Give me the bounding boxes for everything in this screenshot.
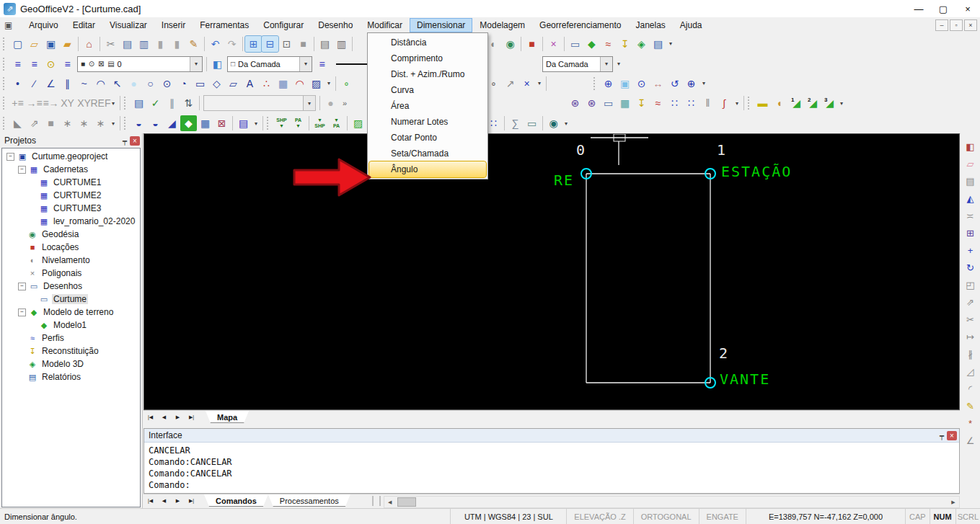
- splitter-handle[interactable]: [372, 496, 381, 506]
- drawing-window-icon[interactable]: ▭: [567, 36, 583, 52]
- menu-georreferenciamento[interactable]: Georreferenciamento: [533, 19, 627, 32]
- rotate-icon[interactable]: ↻: [963, 259, 978, 276]
- stretch-icon[interactable]: ⇗: [963, 293, 978, 311]
- expander-icon[interactable]: −: [18, 283, 26, 290]
- tab-processamentos[interactable]: Processamentos: [268, 494, 350, 507]
- menu-editar[interactable]: Editar: [66, 19, 102, 32]
- tree-item-poligonais[interactable]: ×Poligonais: [2, 267, 140, 280]
- plumb-bulb-icon[interactable]: ↧: [633, 95, 650, 111]
- globe-tool-icon[interactable]: ◉: [502, 36, 518, 52]
- polygon-green-icon[interactable]: ◆: [180, 115, 197, 131]
- command-window-icon[interactable]: ⊡: [278, 36, 295, 52]
- sort-arrows-icon[interactable]: ⇅: [180, 95, 197, 111]
- menu-item--rea[interactable]: Área: [368, 98, 487, 114]
- expander-icon[interactable]: −: [18, 166, 26, 174]
- tree-item-curtume2[interactable]: ▦CURTUME2: [2, 189, 140, 202]
- array-icon[interactable]: ⊞: [963, 224, 978, 241]
- map-nav-first[interactable]: |◀: [144, 412, 157, 423]
- chamfer-icon[interactable]: ◿: [963, 363, 978, 380]
- angle-measure-icon[interactable]: ∠: [963, 432, 978, 449]
- draw-arc-icon[interactable]: ◠: [92, 76, 109, 92]
- layer-visibility-icon[interactable]: ⊙: [43, 56, 59, 72]
- toolbar-dd[interactable]: ▾: [109, 115, 118, 131]
- toolbar-dd[interactable]: ▾: [252, 115, 260, 131]
- draw-leader-icon[interactable]: ↖: [109, 76, 125, 92]
- export-globe-icon[interactable]: ◉: [545, 115, 562, 131]
- coord-xy-add-icon[interactable]: XY: [59, 95, 76, 111]
- tree-item-loca-es[interactable]: ■Locações: [2, 241, 140, 254]
- menu-janelas[interactable]: Janelas: [629, 19, 671, 32]
- terrain-calc3-icon[interactable]: 3◢: [821, 95, 837, 111]
- rounded-rect-icon[interactable]: ▭: [524, 115, 540, 131]
- menu-item--ngulo[interactable]: Ângulo: [369, 161, 486, 177]
- map-nav-next[interactable]: ▶: [171, 412, 185, 423]
- zoom-extents-icon[interactable]: ⊕: [683, 76, 699, 92]
- cad-canvas[interactable]: 012REESTAÇÃOVANTE: [144, 133, 960, 410]
- select-corner-icon[interactable]: ◣: [9, 115, 26, 131]
- extend-icon[interactable]: ↦: [963, 328, 978, 345]
- zoom-scale-icon[interactable]: ⊙: [633, 76, 650, 92]
- cmd-nav-prev[interactable]: ◀: [157, 495, 171, 507]
- pin-icon[interactable]: ┯: [123, 137, 127, 145]
- import-pa-icon[interactable]: ▼ PA: [328, 115, 345, 131]
- hatch-green-icon[interactable]: ▨: [350, 115, 366, 131]
- print-preview-icon[interactable]: ▥: [333, 36, 350, 52]
- paste-special-icon[interactable]: ▥: [136, 36, 152, 52]
- map-nav-prev[interactable]: ◀: [157, 412, 171, 423]
- insert-image-icon[interactable]: ▦: [275, 76, 291, 92]
- point-z-circle-icon[interactable]: ∗: [59, 115, 76, 131]
- expander-icon[interactable]: −: [6, 153, 14, 161]
- mdi-restore-button[interactable]: ▫: [950, 19, 963, 31]
- tree-item-nivelamento[interactable]: ◐Nivelamento: [2, 254, 140, 267]
- list-view-icon[interactable]: ▤: [235, 115, 252, 131]
- draw-circle-radius-icon[interactable]: ⊙: [159, 76, 175, 92]
- zoom-previous-icon[interactable]: ↺: [666, 76, 683, 92]
- vertical-ruler-icon[interactable]: ‖: [699, 95, 716, 111]
- open-project-icon[interactable]: ▰: [59, 36, 76, 52]
- toolbar-dd[interactable]: ▾: [614, 56, 623, 72]
- status-crs[interactable]: UTM | WGS84 | 23 | SUL: [450, 509, 566, 524]
- linewidth-combo[interactable]: Da Camada▾: [542, 56, 613, 72]
- cmd-nav-last[interactable]: ▶|: [185, 495, 198, 507]
- map-nav-last[interactable]: ▶|: [185, 412, 198, 423]
- interface-close-button[interactable]: ×: [947, 431, 957, 440]
- home-icon[interactable]: ⌂: [81, 36, 97, 52]
- toggle-command-panel-icon[interactable]: ⊟: [262, 36, 278, 52]
- command-history[interactable]: CANCELARComando:CANCELARComando:CANCELAR…: [144, 443, 959, 493]
- tree-item-curtume-geoproject[interactable]: −▣Curtume.geoproject: [2, 150, 140, 163]
- import-shp-icon[interactable]: ▼ SHP: [312, 115, 328, 131]
- tree-item-cadernetas[interactable]: −▦Cadernetas: [2, 163, 140, 176]
- reconstitution-tool-icon[interactable]: ↧: [617, 36, 633, 52]
- hatch-icon[interactable]: ▨: [308, 76, 325, 92]
- menu-inserir[interactable]: Inserir: [155, 19, 192, 32]
- menu-item-cotar-ponto[interactable]: Cotar Ponto: [368, 130, 487, 146]
- gray-square-icon[interactable]: ■: [43, 115, 59, 131]
- edit-sheet-icon[interactable]: ▤: [131, 95, 147, 111]
- format-painter-icon[interactable]: ✎: [185, 36, 202, 52]
- points-grid-icon[interactable]: ∷: [666, 95, 683, 111]
- toggle-project-panel-icon[interactable]: ⊞: [245, 36, 262, 52]
- coord-add-icon[interactable]: +≡: [9, 95, 26, 111]
- paste-icon[interactable]: ▮: [152, 36, 169, 52]
- print-icon[interactable]: ▤: [317, 36, 333, 52]
- expander-icon[interactable]: −: [18, 308, 26, 316]
- tree-item-curtume3[interactable]: ▦CURTUME3: [2, 202, 140, 215]
- fill-color-icon[interactable]: ◧: [209, 56, 226, 72]
- zoom-in-icon[interactable]: ⊕: [600, 76, 617, 92]
- scale-icon[interactable]: ◰: [963, 276, 978, 293]
- draw-spline-icon[interactable]: ~: [76, 76, 92, 92]
- point-z-minus-icon[interactable]: ∗: [92, 115, 109, 131]
- trim-icon[interactable]: ✂: [963, 311, 978, 328]
- sigma-icon[interactable]: ∑: [507, 115, 524, 131]
- save-icon[interactable]: ▣: [43, 36, 59, 52]
- break-icon[interactable]: ∦: [963, 345, 978, 363]
- squiggle-icon[interactable]: ∫: [716, 95, 733, 111]
- draw-rect-icon[interactable]: ▭: [192, 76, 208, 92]
- open-folder-icon[interactable]: ▱: [26, 36, 43, 52]
- menu-item-dist-azim-rumo[interactable]: Dist. + Azim./Rumo: [368, 66, 487, 82]
- dome-up-icon[interactable]: ◒: [147, 115, 164, 131]
- empty-combo[interactable]: ▾: [203, 95, 316, 111]
- cmd-nav-first[interactable]: |◀: [144, 495, 157, 507]
- coord-export-icon[interactable]: ≡→: [43, 95, 59, 111]
- terrain-calc2-icon[interactable]: 2◢: [804, 95, 821, 111]
